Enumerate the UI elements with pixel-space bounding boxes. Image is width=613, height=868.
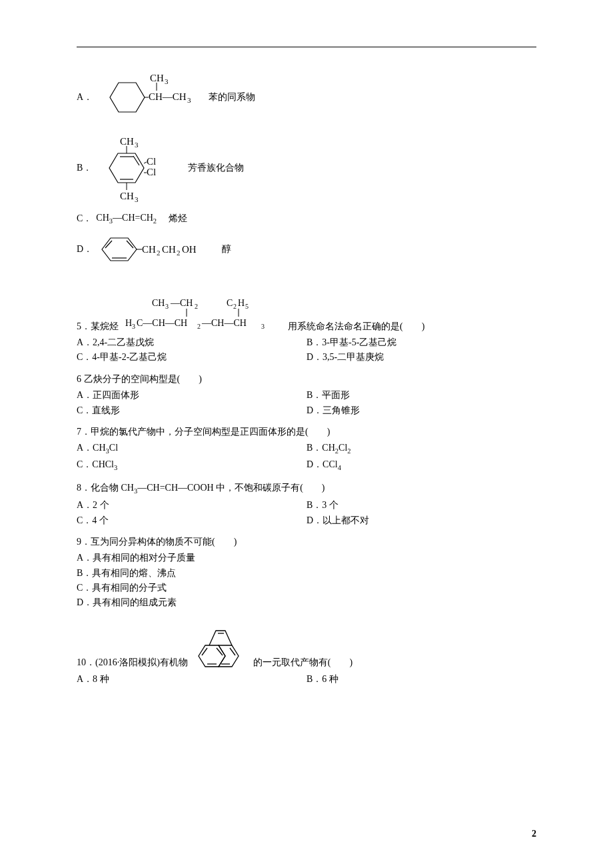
q9-option-b: B．具有相同的熔、沸点	[77, 566, 536, 581]
q6-row1: A．正四面体形 B．平面形	[77, 388, 536, 403]
q4-option-a: A． CH—CH 3 CH 3 苯的同系物	[77, 67, 536, 127]
svg-text:3: 3	[165, 77, 169, 85]
svg-marker-47	[199, 645, 225, 667]
q8-row1: A．2 个 B．3 个	[77, 498, 536, 513]
svg-text:—CH: —CH	[170, 298, 193, 308]
q4d-structure-icon: CH 2 CH 2 OH	[97, 233, 210, 266]
svg-line-50	[217, 648, 223, 655]
option-label: 苯的同系物	[209, 90, 255, 105]
q4a-structure-icon: CH—CH 3 CH 3	[97, 69, 197, 125]
svg-text:3: 3	[261, 323, 265, 330]
svg-text:CH—CH: CH—CH	[149, 91, 187, 102]
q6-option-d: D．三角锥形	[306, 403, 536, 418]
q8-option-b: B．3 个	[306, 498, 536, 513]
q7-stem: 7．甲烷的氯代产物中，分子空间构型是正四面体形的是( )	[77, 425, 536, 439]
svg-text:2: 2	[157, 249, 161, 257]
q8-stem-mid: —CH=CH—COOH 中，不饱和碳原子有( )	[137, 483, 324, 493]
q10-stem-post: 的一元取代产物有( )	[253, 655, 352, 670]
q10-option-b: B．6 种	[306, 672, 536, 687]
q5-option-b: B．3-甲基-5-乙基己烷	[306, 335, 536, 350]
q10-option-a: A．8 种	[77, 672, 306, 687]
formula-part: Cl	[109, 443, 118, 453]
q8-row2: C．4 个 D．以上都不对	[77, 513, 536, 528]
formula-part: D．CCl	[306, 459, 338, 469]
q5-row2: C．4-甲基-2-乙基己烷 D．3,5-二甲基庚烷	[77, 350, 536, 365]
q5-row1: A．2,4-二乙基戊烷 B．3-甲基-5-乙基己烷	[77, 335, 536, 350]
q8-stem: 8．化合物 CH3—CH=CH—COOH 中，不饱和碳原子有( )	[77, 481, 536, 497]
formula-part: Cl	[338, 443, 347, 453]
q10-row1: A．8 种 B．6 种	[77, 672, 536, 687]
svg-text:CH: CH	[120, 136, 134, 147]
q8-stem-pre: 8．化合物 CH	[77, 483, 134, 493]
svg-line-9	[133, 156, 139, 165]
q6-option-a: A．正四面体形	[77, 388, 306, 403]
q9-option-d: D．具有相同的组成元素	[77, 595, 536, 610]
svg-text:CH: CH	[150, 73, 164, 83]
svg-text:OH: OH	[182, 244, 197, 255]
formula-sub: 4	[338, 464, 341, 471]
q8-option-a: A．2 个	[77, 498, 306, 513]
q8-option-c: C．4 个	[77, 513, 306, 528]
svg-marker-7	[109, 153, 144, 183]
svg-line-23	[127, 241, 133, 248]
q9-option-c: C．具有相同的分子式	[77, 581, 536, 595]
q7-option-c: C．CHCl3	[77, 457, 306, 474]
q4b-structure-icon: CH 3 CH 3 Cl Cl	[96, 131, 176, 205]
q7-option-b: B．CH2Cl2	[306, 441, 536, 457]
option-label: 烯烃	[169, 211, 187, 226]
q5-stem: 5．某烷烃 CH3 —CH2 C2H5 H3C—CH—CH2—CH—CH3 用系…	[77, 297, 536, 334]
option-letter: D．	[77, 242, 93, 257]
formula-sub: 3	[114, 464, 117, 471]
svg-text:2: 2	[195, 303, 198, 310]
svg-text:C: C	[227, 298, 233, 308]
svg-text:H: H	[125, 318, 132, 328]
svg-text:—CH—CH: —CH—CH	[201, 318, 247, 328]
q4-options: A． CH—CH 3 CH 3 苯的同系物 B．	[77, 67, 536, 266]
q9-option-a: A．具有相同的相对分子质量	[77, 551, 536, 565]
svg-text:CH: CH	[120, 191, 134, 201]
svg-text:CH: CH	[142, 244, 156, 255]
q6-option-b: B．平面形	[306, 388, 536, 403]
q4-option-c: C． CH3—CH=CH2 烯烃	[77, 209, 536, 229]
option-label: 芳香族化合物	[188, 161, 244, 175]
svg-line-22	[105, 241, 112, 248]
formula-part: —CH=CH	[113, 213, 153, 223]
q5-option-a: A．2,4-二乙基戊烷	[77, 335, 306, 350]
q5-structure-icon: CH3 —CH2 C2H5 H3C—CH—CH2—CH—CH3	[120, 297, 287, 334]
q5-stem-post: 用系统命名法命名正确的是( )	[288, 319, 424, 334]
formula-part: B．CH	[306, 443, 335, 453]
svg-text:3: 3	[132, 323, 135, 330]
svg-text:5: 5	[245, 303, 249, 310]
q10-structure-icon	[192, 624, 249, 671]
svg-text:2: 2	[233, 303, 237, 310]
formula-part: CH	[96, 213, 109, 223]
q4c-formula: CH3—CH=CH2	[96, 211, 157, 227]
q10-stem-pre: 10．(2016·洛阳模拟)有机物	[77, 655, 188, 670]
svg-marker-48	[219, 645, 239, 667]
q5-stem-pre: 5．某烷烃	[77, 319, 119, 334]
svg-text:CH: CH	[152, 298, 165, 308]
q5-option-d: D．3,5-二甲基庚烷	[306, 350, 536, 365]
svg-text:H: H	[238, 298, 245, 308]
q5-option-c: C．4-甲基-2-乙基己烷	[77, 350, 306, 365]
svg-text:2: 2	[197, 323, 201, 330]
svg-text:CH: CH	[162, 244, 176, 255]
option-letter: A．	[77, 90, 93, 105]
formula-part: A．CH	[77, 443, 106, 453]
page-number: 2	[532, 827, 536, 841]
q7-row1: A．CH3Cl B．CH2Cl2	[77, 441, 536, 457]
page-container: A． CH—CH 3 CH 3 苯的同系物 B．	[0, 0, 613, 868]
option-letter: C．	[77, 211, 92, 226]
q8-option-d: D．以上都不对	[306, 513, 536, 528]
top-horizontal-rule	[77, 47, 536, 47]
option-letter: B．	[77, 161, 92, 175]
formula-sub: 2	[347, 447, 350, 455]
svg-text:Cl: Cl	[147, 156, 156, 167]
svg-text:2: 2	[177, 249, 181, 257]
option-label: 醇	[222, 242, 231, 257]
svg-text:C—CH—CH: C—CH—CH	[137, 318, 187, 328]
q6-stem: 6 乙炔分子的空间构型是( )	[77, 372, 536, 387]
q9-stem: 9．互为同分异构体的物质不可能( )	[77, 535, 536, 549]
q6-option-c: C．直线形	[77, 403, 306, 418]
svg-marker-0	[110, 83, 145, 112]
